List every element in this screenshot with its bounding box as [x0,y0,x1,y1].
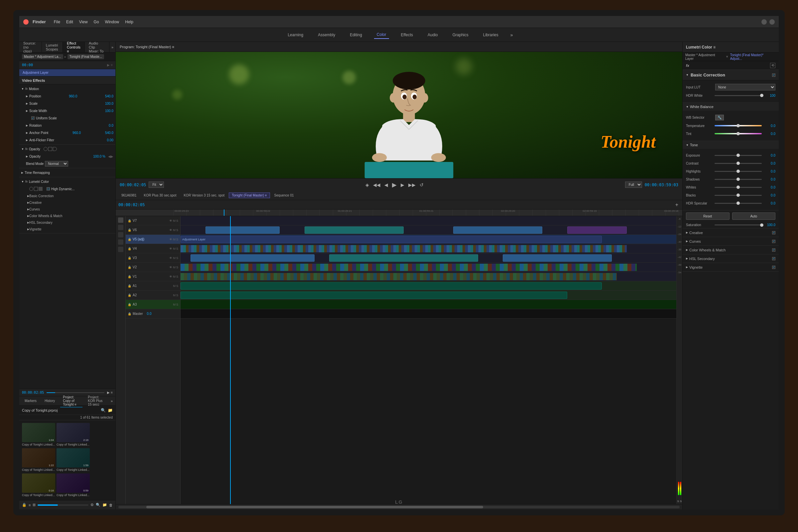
saturation-slider[interactable] [715,225,762,225]
position-row[interactable]: ▶ Position 960.0 540.0 [19,92,115,100]
thumb-6[interactable]: 0:59 [57,474,90,493]
opacity-value[interactable]: 100.0 % [93,155,106,158]
clip-v6-2[interactable] [305,226,404,234]
thumbnail-item-2[interactable]: 2:19 Copy of Tonight Linked... [57,423,90,447]
curves-toggle[interactable]: ▶ Curves ✓ [683,237,779,246]
track-tool-select[interactable] [118,217,124,223]
apple-icon[interactable] [23,19,28,25]
menu-window[interactable]: Window [105,20,119,24]
tint-thumb[interactable] [737,132,740,135]
a2-m[interactable]: M [173,293,175,297]
saturation-thumb[interactable] [760,224,763,227]
lumetri-tonight-label[interactable]: Tonight (Final Master)* Adjust... [730,53,776,60]
ec-more-btn[interactable]: » [109,42,115,52]
creative-toggle[interactable]: ▶ Creative ✓ [683,228,779,237]
track-tool-razor[interactable] [118,225,124,230]
loop-btn[interactable]: ↺ [418,182,425,188]
timeline-add-track-btn[interactable]: + [674,201,680,208]
thumb-5[interactable]: 0:16 [22,474,55,493]
time-remapping-row[interactable]: ▶ Time Remapping [19,169,115,176]
clip-v5-adj[interactable]: Adjustment Layer [180,236,602,243]
tab-lumetri-scopes[interactable]: Lumetri Scopes [42,42,63,52]
tab-audio-mixer[interactable]: Audio Clip Mixer: To [85,42,109,52]
timeline-tab-4[interactable]: Sequence 01 [271,192,297,198]
motion-collapse-icon[interactable]: ▼ [21,88,24,91]
clip-v2-full[interactable] [180,264,637,271]
white-balance-header[interactable]: ▼ White Balance [683,103,779,111]
timeline-tab-1[interactable]: KOR Plus 30 sec.spot [141,192,179,198]
timeline-tab-2[interactable]: KOR Version 3 15 sec. spot [180,192,227,198]
next-frame-btn[interactable]: ▶ [399,182,406,188]
project-folder-btn[interactable]: 📁 [108,408,113,413]
hdr-white-thumb[interactable] [760,94,763,97]
thumbnail-item-1[interactable]: 1:04 Copy of Tonight Linked... [22,423,55,447]
nav-assembly[interactable]: Assembly [315,31,338,39]
scale-row[interactable]: ▶ Scale 100.0 [19,100,115,107]
menu-view[interactable]: View [79,20,88,24]
v5-eye[interactable]: 👁 [169,238,172,241]
v4-s[interactable]: S [176,247,178,250]
fit-select[interactable]: Fit [149,182,164,188]
track-row-v4[interactable] [180,244,676,253]
track-row-a2[interactable] [180,291,676,300]
lumetri-fx-btn[interactable]: fx [686,63,689,68]
v7-m[interactable]: M [173,219,175,223]
thumb-1[interactable]: 1:04 [22,423,55,442]
v4-m[interactable]: M [173,247,175,250]
wb-eyedropper-btn[interactable]: 🔧 [715,115,724,120]
ec-expand-btn[interactable]: ▶ ≡ [107,63,113,67]
wb-collapse-icon[interactable]: ▼ [686,106,689,108]
proj-zoom-slider[interactable] [38,505,89,506]
lumetri-master-label[interactable]: Master * Adjustment Layer [685,53,724,60]
clip-v3-2[interactable] [329,254,478,262]
opacity-header-row[interactable]: ▼ fx Opacity [19,145,115,153]
anti-flicker-value[interactable]: 0.00 [107,138,113,142]
hsl-checkbox[interactable]: ✓ [772,257,775,260]
temperature-thumb[interactable] [737,124,740,127]
basic-correction-sub[interactable]: ▶ Basic Correction [19,192,115,199]
rotation-row[interactable]: ▶ Rotation 0.0 [19,122,115,129]
clip-a1[interactable] [180,282,602,290]
proj-search-bottom-btn[interactable]: 🔍 [96,503,100,507]
tab-source[interactable]: Source: (no clips) [19,42,42,52]
proj-list-btn[interactable]: ≡ [28,503,31,507]
timeline-tab-0[interactable]: 961A6981 [118,192,140,198]
project-search-btn[interactable]: 🔍 [101,408,106,413]
track-tool-slip[interactable] [118,232,124,238]
full-select[interactable]: Full [625,182,642,188]
v7-s[interactable]: S [176,219,178,223]
lumetri-collapse-icon[interactable]: ▼ [21,180,24,183]
reset-button[interactable]: Reset [686,212,729,220]
step-fwd-btn[interactable]: ▶▶ [407,182,417,188]
thumb-3[interactable]: 1:22 [22,448,55,468]
a2-s[interactable]: S [176,293,178,297]
v5-m[interactable]: M [173,238,175,241]
vignette-checkbox[interactable]: ✓ [772,266,775,269]
exposure-thumb[interactable] [737,154,740,157]
menu-edit[interactable]: Edit [66,20,73,24]
position-x-value[interactable]: 960.0 [69,94,77,98]
v4-eye[interactable]: 👁 [169,247,172,250]
opacity-keyframe-btn[interactable]: ◀▶ [108,155,113,158]
creative-checkbox[interactable]: ✓ [772,231,775,234]
curves-checkbox[interactable]: ✓ [772,240,775,243]
shadows-slider[interactable] [715,179,762,180]
track-row-v7[interactable] [180,216,676,225]
blend-mode-select[interactable]: Normal [45,161,68,167]
clip-v4-multi[interactable] [180,245,627,252]
prev-frame-btn[interactable]: ◀ [383,182,390,188]
menu-file[interactable]: File [54,20,60,24]
thumbnail-item-5[interactable]: 0:16 Copy of Tonight Linked... [22,474,55,497]
hdr-white-slider[interactable] [715,95,762,96]
v2-eye[interactable]: 👁 [169,266,172,269]
nav-graphics[interactable]: Graphics [450,31,471,39]
blacks-thumb[interactable] [737,193,740,197]
opacity-collapse-icon[interactable]: ▼ [21,148,24,151]
lumetri-effect-row[interactable]: ▼ fx Lumetri Color [19,178,115,185]
tab-project-kor[interactable]: Project: KOR Plus 15 secc [85,395,108,407]
nav-effects[interactable]: Effects [398,31,416,39]
track-row-a1[interactable] [180,281,676,291]
v3-s[interactable]: S [176,256,178,260]
nav-color[interactable]: Color [374,31,389,39]
exposure-slider[interactable] [715,155,762,156]
